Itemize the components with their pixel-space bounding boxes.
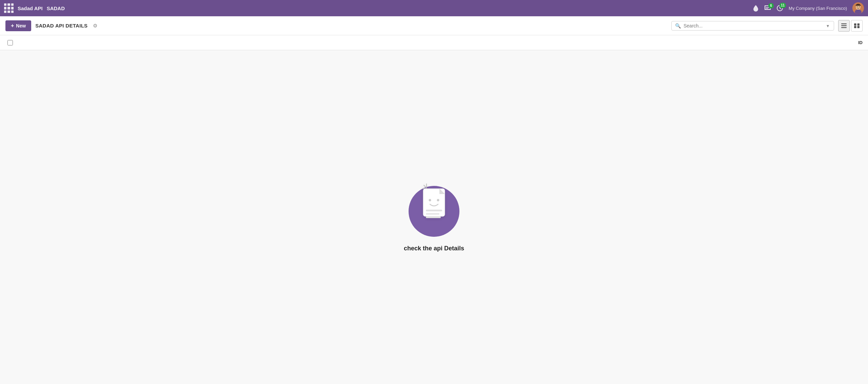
nav-icons: 6 11 My Company (San Francisco) (753, 2, 864, 14)
svg-point-17 (429, 199, 431, 201)
svg-rect-21 (426, 216, 441, 218)
top-navigation: Sadad API SADAD 6 11 My Company (San Fra… (0, 0, 868, 16)
svg-rect-7 (841, 25, 847, 26)
activity-badge: 11 (780, 3, 786, 8)
table-header: ID (0, 35, 868, 50)
list-view-button[interactable] (838, 20, 850, 32)
svg-point-18 (437, 199, 439, 201)
module-name: SADAD (47, 5, 65, 11)
svg-rect-20 (426, 213, 439, 215)
svg-line-13 (424, 185, 427, 188)
search-dropdown-button[interactable]: ▾ (825, 23, 830, 28)
plus-icon: + (11, 23, 14, 29)
new-button-label: New (16, 23, 26, 28)
svg-point-4 (857, 6, 857, 7)
empty-state-message: check the api Details (404, 245, 464, 252)
messages-icon[interactable]: 6 (764, 5, 771, 11)
apps-menu-icon[interactable] (4, 3, 14, 13)
svg-rect-19 (426, 210, 442, 211)
messages-badge: 6 (768, 3, 774, 8)
select-all-checkbox[interactable] (5, 38, 15, 47)
svg-rect-11 (854, 26, 856, 28)
select-all-input[interactable] (7, 40, 13, 45)
search-bar: 🔍 ▾ (671, 21, 834, 31)
new-button[interactable]: + New (5, 20, 31, 31)
view-toggle (838, 20, 863, 32)
toolbar: + New SADAD API DETAILS ⚙ 🔍 ▾ (0, 16, 868, 35)
svg-point-5 (859, 6, 860, 7)
search-icon: 🔍 (675, 23, 681, 28)
page-title: SADAD API DETAILS (35, 23, 87, 28)
empty-doc-icon (417, 183, 451, 225)
app-name: Sadad API (18, 5, 43, 11)
user-avatar[interactable] (852, 2, 864, 14)
kanban-view-button[interactable] (851, 20, 863, 32)
search-input[interactable] (684, 23, 825, 28)
activity-icon[interactable]: 11 (776, 5, 783, 12)
svg-rect-9 (854, 23, 856, 26)
empty-illustration (407, 183, 461, 237)
svg-rect-6 (841, 23, 847, 24)
svg-rect-12 (857, 26, 860, 28)
id-column-header: ID (858, 40, 863, 45)
svg-rect-10 (857, 23, 860, 26)
company-name[interactable]: My Company (San Francisco) (789, 6, 847, 11)
svg-rect-8 (841, 27, 847, 28)
settings-gear-icon[interactable]: ⚙ (93, 23, 97, 29)
empty-state: check the api Details (0, 50, 868, 384)
water-icon[interactable] (753, 4, 759, 12)
